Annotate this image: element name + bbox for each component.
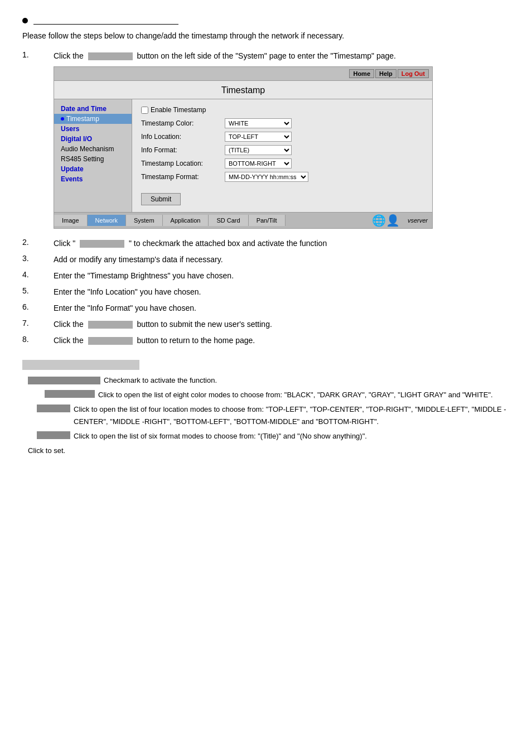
step-5-content: Enter the "Info Location" you have chose… [54, 286, 201, 298]
camera-ui-screenshot: Home Help Log Out Timestamp Date and Tim… [54, 66, 433, 229]
step-1-content: Click the button on the left side of the… [54, 50, 396, 62]
format-desc-text: Click to open the list of six format mod… [74, 430, 510, 442]
format-label-box [37, 431, 70, 439]
step-2-content: Click " " to checkmark the attached box … [54, 238, 327, 249]
cam-footer: Image Network System Application SD Card… [54, 212, 432, 228]
sidebar-item-timestamp[interactable]: Timestamp [54, 114, 132, 124]
step-4-num: 4. [22, 270, 45, 279]
sidebar-item-date-and-time[interactable]: Date and Time [54, 104, 132, 114]
cam-topbar: Home Help Log Out [54, 67, 432, 81]
step-5: 5. Enter the "Info Location" you have ch… [22, 286, 510, 298]
ts-format-row: Timestamp Format: MM-DD-YYYY hh:mm:ss [141, 172, 423, 182]
step-8-num: 8. [22, 335, 45, 344]
color-label: Timestamp Color: [141, 119, 225, 127]
location-label-box [37, 405, 70, 412]
checkmark-desc-row: Checkmark to activate the function. [28, 374, 510, 387]
sidebar-item-audio[interactable]: Audio Mechanism [54, 144, 132, 154]
tab-system[interactable]: System [126, 215, 163, 226]
cam-footer-icons: 🌐 👤 [369, 213, 403, 228]
intro-text: Please follow the steps below to change/… [22, 31, 510, 40]
desc-content: Checkmark to activate the function. Clic… [22, 374, 510, 458]
cam-body: Date and Time Timestamp Users Digital I/… [54, 99, 432, 212]
step-1-placeholder [88, 52, 133, 60]
color-row: Timestamp Color: WHITE BLACK DARK GRAY G… [141, 118, 423, 128]
step-1: 1. Click the button on the left side of … [22, 50, 510, 62]
step-5-num: 5. [22, 286, 45, 295]
step-3-num: 3. [22, 254, 45, 263]
info-location-row: Info Location: TOP-LEFT TOP-CENTER TOP-R… [141, 132, 423, 142]
set-desc-text: Click to set. [28, 445, 65, 457]
sidebar-item-update[interactable]: Update [54, 164, 132, 174]
earth-icon: 🌐 [372, 214, 386, 227]
tab-application[interactable]: Application [163, 215, 209, 226]
step-6: 6. Enter the "Info Format" you have chos… [22, 302, 510, 314]
step-8-content: Click the button to return to the home p… [54, 335, 255, 346]
step-3-content: Add or modify any timestamp's data if ne… [54, 254, 223, 266]
ts-location-label: Timestamp Location: [141, 160, 225, 167]
ts-format-select[interactable]: MM-DD-YYYY hh:mm:ss [225, 172, 308, 182]
info-location-select[interactable]: TOP-LEFT TOP-CENTER TOP-RIGHT MIDDLE-LEF… [225, 132, 292, 142]
location-desc-row: Click to open the list of four location … [28, 403, 510, 428]
tab-sdcard[interactable]: SD Card [209, 215, 248, 226]
cam-vserver-label: vserver [403, 216, 432, 225]
sidebar-item-rs485[interactable]: RS485 Setting [54, 154, 132, 164]
format-desc-row: Click to open the list of six format mod… [28, 430, 510, 442]
step-2-placeholder [80, 240, 124, 248]
sidebar-bullet [61, 117, 64, 121]
step-8: 8. Click the button to return to the hom… [22, 335, 510, 346]
tab-image[interactable]: Image [54, 215, 88, 226]
cam-help-btn[interactable]: Help [375, 69, 396, 78]
cam-logout-btn[interactable]: Log Out [398, 69, 429, 78]
step-6-num: 6. [22, 302, 45, 311]
submit-row: Submit [141, 187, 423, 205]
info-location-control: TOP-LEFT TOP-CENTER TOP-RIGHT MIDDLE-LEF… [225, 132, 292, 142]
step-4: 4. Enter the "Timestamp Brightness" you … [22, 270, 510, 282]
checkmark-label-box [28, 377, 100, 384]
cam-title: Timestamp [54, 81, 432, 99]
cam-footer-tabs: Image Network System Application SD Card… [54, 215, 369, 226]
cam-topbar-buttons: Home Help Log Out [349, 69, 429, 78]
step-7-content: Click the button to submit the new user'… [54, 319, 272, 330]
color-desc-text: Click to open the list of eight color mo… [98, 389, 510, 401]
bullet-header [22, 17, 510, 25]
info-format-control: (TITLE) (No show anything) [225, 145, 292, 155]
desc-gray-box [22, 360, 139, 370]
step-3: 3. Add or modify any timestamp's data if… [22, 254, 510, 266]
step-2: 2. Click " " to checkmark the attached b… [22, 238, 510, 249]
cam-home-btn[interactable]: Home [349, 69, 374, 78]
ts-location-select[interactable]: BOTTOM-RIGHT BOTTOM-LEFT BOTTOM-MIDDLE [225, 158, 292, 168]
ts-format-control: MM-DD-YYYY hh:mm:ss [225, 172, 308, 182]
cam-sidebar: Date and Time Timestamp Users Digital I/… [54, 99, 132, 212]
tab-pantilt[interactable]: Pan/Tilt [249, 215, 286, 226]
sidebar-item-digital-io[interactable]: Digital I/O [54, 134, 132, 144]
header-underline [33, 17, 178, 25]
location-desc-text: Click to open the list of four location … [74, 403, 510, 428]
info-format-row: Info Format: (TITLE) (No show anything) [141, 145, 423, 155]
checkmark-desc-text: Checkmark to activate the function. [104, 374, 217, 387]
cam-main-content: Enable Timestamp Timestamp Color: WHITE … [132, 99, 432, 212]
ts-location-row: Timestamp Location: BOTTOM-RIGHT BOTTOM-… [141, 158, 423, 168]
step-8-placeholder [88, 337, 133, 345]
step-4-content: Enter the "Timestamp Brightness" you hav… [54, 270, 234, 282]
color-control: WHITE BLACK DARK GRAY GRAY LIGHT GRAY [225, 118, 292, 128]
user-icon: 👤 [386, 214, 400, 227]
step-6-content: Enter the "Info Format" you have chosen. [54, 302, 196, 314]
step-1-num: 1. [22, 50, 45, 59]
info-location-label: Info Location: [141, 133, 225, 141]
tab-network[interactable]: Network [88, 215, 126, 226]
sidebar-item-users[interactable]: Users [54, 124, 132, 134]
step-7-num: 7. [22, 319, 45, 328]
submit-button[interactable]: Submit [141, 193, 181, 205]
enable-timestamp-label: Enable Timestamp [151, 106, 206, 114]
sidebar-item-events[interactable]: Events [54, 174, 132, 184]
info-format-label: Info Format: [141, 146, 225, 154]
set-desc-row: Click to set. [28, 445, 510, 457]
color-label-box [45, 390, 95, 398]
step-7-placeholder [88, 321, 133, 329]
color-select[interactable]: WHITE BLACK DARK GRAY GRAY LIGHT GRAY [225, 118, 292, 128]
enable-timestamp-row: Enable Timestamp [141, 106, 423, 114]
enable-timestamp-checkbox[interactable] [141, 107, 148, 114]
description-section: Checkmark to activate the function. Clic… [22, 360, 510, 458]
info-format-select[interactable]: (TITLE) (No show anything) [225, 145, 292, 155]
color-desc-row: Click to open the list of eight color mo… [28, 389, 510, 401]
